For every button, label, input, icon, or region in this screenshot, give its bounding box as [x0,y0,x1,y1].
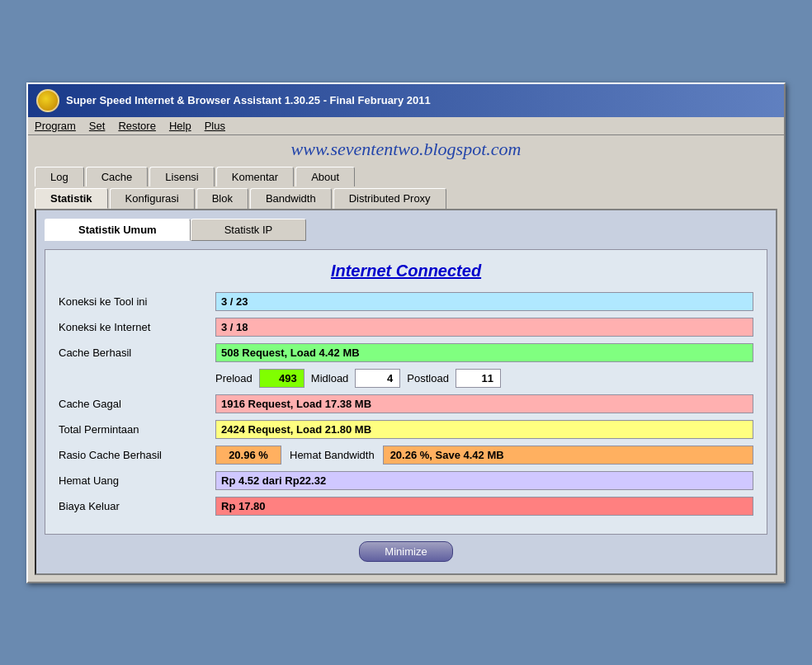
postload-label: Postload [407,372,449,384]
biaya-keluar-value: Rp 17.80 [215,497,753,516]
title-bar: Super Speed Internet & Browser Assistant… [28,84,784,117]
tab-konfigurasi[interactable]: Konfigurasi [110,188,195,209]
tab-lisensi[interactable]: Lisensi [149,167,214,186]
hemat-uang-label: Hemat Uang [59,474,215,487]
tab-cache[interactable]: Cache [86,167,149,186]
midload-value: 4 [355,369,400,388]
total-permintaan-label: Total Permintaan [59,423,215,436]
row-biaya-keluar: Biaya Keluar Rp 17.80 [59,497,753,516]
menu-restore[interactable]: Restore [118,120,156,132]
tab-log[interactable]: Log [35,167,84,186]
subtab-statistik-ip[interactable]: Statistk IP [191,219,307,241]
window-title: Super Speed Internet & Browser Assistant… [66,94,431,106]
biaya-keluar-label: Biaya Keluar [59,500,215,512]
tabs-row1: Log Cache Lisensi Komentar About [28,163,784,186]
preload-label: Preload [215,372,253,384]
koneksi-internet-label: Koneksi ke Internet [59,321,215,333]
total-permintaan-value: 2424 Request, Load 21.80 MB [215,420,753,439]
rasio-label: Rasio Cache Berhasil [59,449,215,461]
tab-statistik[interactable]: Statistik [35,188,108,209]
rasio-value: 20.96 % [215,446,281,465]
row-cache-gagal: Cache Gagal 1916 Request, Load 17.38 MB [59,394,753,413]
minimize-button[interactable]: Minimize [359,541,452,562]
status-title: Internet Connected [59,262,753,281]
minimize-bar: Minimize [45,535,767,565]
menu-program[interactable]: Program [35,120,76,132]
content-area: Statistik Umum Statistk IP Internet Conn… [35,209,777,575]
tab-komentar[interactable]: Komentar [216,167,294,186]
watermark: www.sevententwo.blogspot.com [28,135,784,163]
menu-bar: Program Set Restore Help Plus [28,117,784,135]
tab-blok[interactable]: Blok [196,188,248,209]
main-window: Super Speed Internet & Browser Assistant… [26,83,786,583]
koneksi-tool-label: Koneksi ke Tool ini [59,295,215,308]
postload-value: 11 [456,369,501,388]
preload-value: 493 [259,369,304,388]
cache-gagal-label: Cache Gagal [59,398,215,410]
row-hemat-uang: Hemat Uang Rp 4.52 dari Rp22.32 [59,471,753,490]
tabs-row2: Statistik Konfigurasi Blok Bandwidth Dis… [28,188,784,209]
tab-distributed-proxy[interactable]: Distributed Proxy [333,188,446,209]
row-rasio: Rasio Cache Berhasil 20.96 % Hemat Bandw… [59,446,753,465]
hemat-bandwidth-label: Hemat Bandwidth [290,449,375,461]
row-koneksi-internet: Koneksi ke Internet 3 / 18 [59,318,753,337]
subtab-statistik-umum[interactable]: Statistik Umum [45,219,191,241]
koneksi-tool-value: 3 / 23 [215,292,753,311]
app-icon [36,89,59,112]
menu-help[interactable]: Help [169,120,191,132]
hemat-bandwidth-value: 20.26 %, Save 4.42 MB [383,446,753,465]
tab-about[interactable]: About [295,167,355,186]
midload-label: Midload [311,372,349,384]
subtabs: Statistik Umum Statistk IP [45,219,767,241]
hemat-uang-value: Rp 4.52 dari Rp22.32 [215,471,753,490]
row-cache-berhasil: Cache Berhasil 508 Request, Load 4.42 MB [59,343,753,362]
koneksi-internet-value: 3 / 18 [215,318,753,337]
menu-plus[interactable]: Plus [205,120,225,132]
inner-content: Internet Connected Koneksi ke Tool ini 3… [45,249,767,535]
row-koneksi-tool: Koneksi ke Tool ini 3 / 23 [59,292,753,311]
row-preload: Preload 493 Midload 4 Postload 11 [59,369,753,388]
cache-gagal-value: 1916 Request, Load 17.38 MB [215,394,753,413]
cache-berhasil-label: Cache Berhasil [59,347,215,359]
tab-bandwidth[interactable]: Bandwidth [250,188,332,209]
cache-berhasil-value: 508 Request, Load 4.42 MB [215,343,753,362]
row-total-permintaan: Total Permintaan 2424 Request, Load 21.8… [59,420,753,439]
menu-set[interactable]: Set [89,120,106,132]
